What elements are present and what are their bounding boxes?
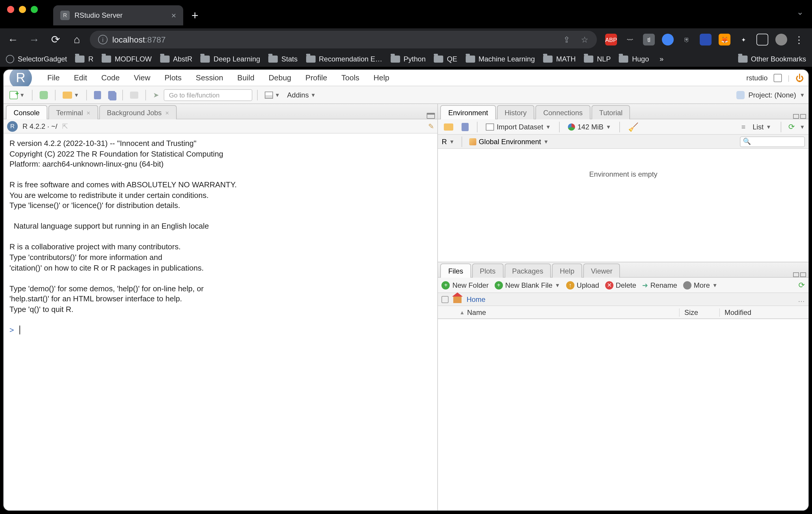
minimize-pane-icon[interactable] (793, 114, 799, 119)
menu-debug[interactable]: Debug (266, 71, 294, 84)
upload-button[interactable]: ↑Upload (566, 281, 599, 290)
extension-icon[interactable]: ⛨ (681, 34, 693, 46)
extension-icon[interactable]: tl (643, 34, 655, 46)
maximize-window-icon[interactable] (31, 6, 38, 13)
tab-environment[interactable]: Environment (441, 105, 496, 119)
minimize-pane-icon[interactable] (793, 273, 799, 277)
view-mode-button[interactable]: List▼ (750, 121, 774, 132)
name-column-header[interactable]: ▲Name (455, 308, 679, 317)
reload-button[interactable]: ⟳ (47, 31, 64, 48)
menu-code[interactable]: Code (99, 71, 122, 84)
clear-console-icon[interactable]: ✎ (428, 122, 434, 130)
extension-icon[interactable] (700, 34, 712, 46)
minimize-window-icon[interactable] (19, 6, 26, 13)
bookmark-folder[interactable]: Deep Learning (201, 55, 260, 63)
bookmarks-overflow-button[interactable]: » (660, 55, 663, 63)
popout-icon[interactable]: ⇱ (62, 122, 68, 130)
tab-console[interactable]: Console (6, 105, 47, 119)
import-dataset-button[interactable]: Import Dataset▼ (484, 121, 553, 132)
environment-scope-selector[interactable]: Global Environment▼ (469, 138, 549, 146)
open-file-button[interactable]: ▼ (60, 90, 82, 99)
home-button[interactable]: ⌂ (68, 31, 85, 48)
address-bar[interactable]: i localhost:8787 ⇪ ☆ (90, 31, 597, 49)
console-output[interactable]: R version 4.2.2 (2022-10-31) -- "Innocen… (4, 133, 438, 510)
window-controls[interactable] (7, 6, 38, 13)
menu-session[interactable]: Session (194, 71, 226, 84)
tabs-dropdown-icon[interactable]: ⌄ (796, 7, 804, 17)
browser-menu-icon[interactable]: ⋮ (794, 34, 804, 45)
bookmark-item[interactable]: SelectorGadget (6, 55, 67, 63)
bookmark-folder[interactable]: AbstR (160, 55, 192, 63)
save-workspace-button[interactable] (460, 121, 471, 132)
tab-plots[interactable]: Plots (472, 264, 503, 278)
extensions-menu-icon[interactable]: ✦ (737, 34, 749, 46)
dropdown-icon[interactable]: ▼ (800, 92, 805, 98)
close-icon[interactable]: × (87, 109, 90, 116)
tab-tutorial[interactable]: Tutorial (591, 105, 630, 119)
new-tab-button[interactable]: + (192, 8, 198, 22)
adblock-extension-icon[interactable]: ABP (605, 34, 617, 46)
path-more-icon[interactable]: … (798, 295, 805, 304)
bookmark-folder[interactable]: QE (434, 55, 457, 63)
bookmark-star-icon[interactable]: ☆ (581, 35, 589, 44)
tab-viewer[interactable]: Viewer (583, 264, 620, 278)
home-icon[interactable] (454, 296, 462, 303)
refresh-files-icon[interactable]: ⟳ (799, 281, 805, 290)
modified-column-header[interactable]: Modified (720, 308, 808, 317)
tab-terminal[interactable]: Terminal× (49, 105, 98, 119)
select-all-checkbox[interactable] (442, 296, 449, 303)
bookmark-folder[interactable]: Python (390, 55, 426, 63)
environment-search-input[interactable]: 🔍 (740, 136, 805, 147)
quit-session-icon[interactable]: ⏻ (795, 73, 804, 83)
save-button[interactable] (92, 90, 104, 100)
menu-tools[interactable]: Tools (339, 71, 362, 84)
clear-workspace-button[interactable]: 🧹 (626, 121, 641, 133)
new-file-button[interactable]: ▼ (7, 90, 27, 100)
tab-packages[interactable]: Packages (504, 264, 551, 278)
new-folder-button[interactable]: +New Folder (442, 281, 489, 290)
delete-button[interactable]: ✕Delete (605, 281, 636, 290)
metamask-extension-icon[interactable]: 🦊 (719, 34, 730, 46)
maximize-pane-icon[interactable] (800, 273, 806, 277)
menu-file[interactable]: File (45, 71, 62, 84)
back-button[interactable]: ← (5, 31, 21, 48)
menu-profile[interactable]: Profile (303, 71, 330, 84)
bookmark-folder[interactable]: Recomendation E… (306, 55, 382, 63)
rename-button[interactable]: ➜Rename (642, 281, 677, 290)
load-workspace-button[interactable] (442, 122, 456, 131)
print-button[interactable] (128, 90, 141, 99)
site-info-icon[interactable]: i (98, 35, 108, 44)
close-icon[interactable]: × (165, 109, 169, 116)
bookmark-folder[interactable]: Hugo (619, 55, 649, 63)
tab-background-jobs[interactable]: Background Jobs× (99, 105, 177, 119)
menu-edit[interactable]: Edit (71, 71, 90, 84)
bookmark-folder[interactable]: Machine Learning (465, 55, 535, 63)
share-icon[interactable]: ⇪ (563, 35, 570, 44)
bookmark-folder[interactable]: NLP (584, 55, 611, 63)
workspace-panes-button[interactable]: ▼ (262, 90, 283, 99)
bookmark-folder[interactable]: Stats (268, 55, 297, 63)
bookmark-folder[interactable]: MATH (543, 55, 576, 63)
sign-out-icon[interactable] (774, 73, 782, 82)
tab-history[interactable]: History (497, 105, 534, 119)
menu-build[interactable]: Build (235, 71, 257, 84)
browser-tab[interactable]: R RStudio Server × (53, 5, 183, 25)
memory-usage[interactable]: 142 MiB▼ (566, 121, 613, 132)
dropdown-icon[interactable]: ▼ (800, 124, 805, 130)
save-all-button[interactable] (106, 90, 118, 100)
close-window-icon[interactable] (7, 6, 14, 13)
sidepanel-icon[interactable] (756, 34, 768, 46)
bookmark-folder[interactable]: MODFLOW (102, 55, 152, 63)
size-column-header[interactable]: Size (679, 308, 720, 317)
language-selector[interactable]: R▼ (442, 138, 455, 146)
close-tab-icon[interactable]: × (171, 11, 176, 20)
maximize-pane-icon[interactable] (427, 113, 435, 119)
extension-icon[interactable]: 〰 (624, 34, 636, 46)
refresh-icon[interactable]: ⟳ (788, 122, 795, 131)
maximize-pane-icon[interactable] (800, 114, 806, 119)
menu-view[interactable]: View (132, 71, 153, 84)
new-project-button[interactable] (37, 90, 50, 100)
bookmark-folder[interactable]: R (75, 55, 93, 63)
tab-files[interactable]: Files (441, 264, 471, 278)
forward-button[interactable]: → (26, 31, 42, 48)
